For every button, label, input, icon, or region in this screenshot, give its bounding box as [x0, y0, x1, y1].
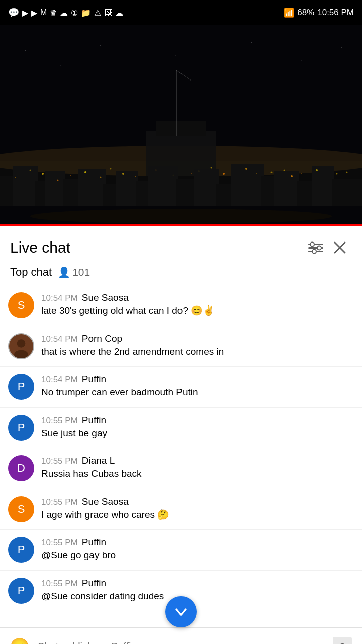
message-text: No trumper can ever badmouth Putin: [41, 386, 354, 399]
message-text: that is where the 2nd amendment comes in: [41, 345, 354, 359]
message-author: Puffin: [82, 537, 106, 548]
chat-message: P 10:55 PM Puffin @Sue go gay bro: [0, 530, 362, 571]
svg-point-34: [316, 169, 318, 171]
chat-message: S 10:54 PM Sue Saosa late 30's getting o…: [0, 285, 362, 326]
svg-point-30: [223, 173, 225, 175]
time-text: 10:56 PM: [317, 8, 354, 18]
svg-point-26: [122, 173, 124, 175]
viewer-count-number: 101: [72, 266, 90, 278]
svg-point-69: [17, 339, 26, 348]
svg-point-47: [191, 173, 192, 174]
avatar: S: [8, 292, 34, 318]
message-meta: 10:55 PM Puffin: [41, 578, 354, 589]
svg-point-45: [110, 168, 112, 170]
close-button[interactable]: [328, 235, 352, 260]
svg-point-46: [135, 176, 136, 177]
svg-point-56: [175, 55, 176, 56]
svg-point-22: [42, 173, 44, 175]
message-time: 10:55 PM: [41, 538, 78, 548]
message-author: Puffin: [82, 578, 106, 589]
svg-point-44: [70, 175, 71, 176]
svg-point-43: [30, 170, 31, 171]
message-time: 10:55 PM: [41, 579, 78, 589]
scroll-to-bottom-button[interactable]: [165, 596, 197, 627]
cloud2-icon: ☁: [115, 8, 123, 18]
send-button[interactable]: $: [331, 635, 354, 644]
svg-point-59: [341, 47, 342, 48]
livechat-subheader: Top chat 👤 101: [0, 264, 362, 285]
message-content: 10:54 PM Puffin No trumper can ever badm…: [41, 374, 354, 399]
svg-point-33: [291, 175, 293, 177]
chat-message: P 10:54 PM Puffin No trumper can ever ba…: [0, 367, 362, 408]
svg-point-24: [84, 171, 86, 173]
message-time: 10:54 PM: [41, 293, 78, 303]
svg-point-57: [251, 42, 252, 43]
filter-button[interactable]: [304, 235, 328, 260]
avatar: S: [8, 496, 34, 522]
svg-point-50: [284, 170, 285, 171]
top-chat-label: Top chat: [10, 266, 52, 279]
svg-point-51: [301, 173, 302, 174]
livechat-header: Live chat: [0, 226, 362, 264]
chat-input-bar: 😐 $: [0, 627, 362, 644]
svg-point-48: [211, 167, 212, 169]
svg-point-65: [312, 250, 316, 254]
svg-point-54: [60, 65, 61, 66]
message-time: 10:55 PM: [41, 456, 78, 466]
emoji-icon: 😐: [10, 637, 30, 644]
message-text: Russia has Cubas back: [41, 467, 354, 481]
emoji-button[interactable]: 😐: [8, 635, 31, 644]
svg-point-52: [346, 172, 348, 173]
message-meta: 10:55 PM Diana L: [41, 455, 354, 466]
livechat-title: Live chat: [10, 239, 304, 256]
message-author: Puffin: [82, 415, 106, 426]
send-icon: $: [333, 637, 352, 644]
chevron-down-icon: [174, 605, 188, 619]
video-player[interactable]: [0, 25, 362, 226]
status-bar-left-icons: 💬 ▶ ▶ M ♛ ☁ ① 📁 ⚠ 🖼 ☁: [8, 7, 280, 18]
message-meta: 10:55 PM Puffin: [41, 537, 354, 548]
cloud-icon: ☁: [60, 8, 68, 18]
message-meta: 10:55 PM Puffin: [41, 415, 354, 426]
svg-point-64: [317, 246, 321, 250]
close-icon: [333, 240, 347, 255]
message-text: @Sue go gay bro: [41, 549, 354, 562]
svg-rect-38: [176, 70, 177, 136]
message-content: 10:55 PM Sue Saosa I age with grace who …: [41, 496, 354, 522]
message-meta: 10:54 PM Sue Saosa: [41, 292, 354, 303]
video-frame: [0, 25, 362, 226]
svg-point-41: [30, 209, 332, 224]
status-bar: 💬 ▶ ▶ M ♛ ☁ ① 📁 ⚠ 🖼 ☁ 📶 68% 10:56 PM: [0, 0, 362, 25]
folder-icon: 📁: [81, 8, 91, 18]
message-meta: 10:54 PM Puffin: [41, 374, 354, 385]
message-time: 10:54 PM: [41, 375, 78, 385]
chat-input[interactable]: [37, 639, 325, 645]
avatar: P: [8, 374, 34, 400]
message-time: 10:55 PM: [41, 497, 78, 507]
youtube-icon: ▶: [22, 8, 28, 18]
svg-rect-36: [146, 131, 216, 176]
message-content: 10:54 PM Sue Saosa late 30's getting old…: [41, 292, 354, 318]
svg-point-49: [256, 173, 257, 174]
status-bar-right-icons: 📶 68% 10:56 PM: [284, 8, 354, 18]
message-author: Sue Saosa: [82, 292, 129, 303]
number-icon: ①: [71, 8, 78, 18]
svg-text:$: $: [339, 641, 345, 644]
warning-icon: ⚠: [94, 8, 101, 18]
svg-point-23: [57, 180, 59, 181]
svg-point-32: [271, 172, 273, 173]
svg-point-53: [25, 50, 26, 51]
message-meta: 10:55 PM Sue Saosa: [41, 496, 354, 507]
filter-icon: [308, 242, 323, 254]
message-text: late 30's getting old what can I do? 😊✌: [41, 304, 354, 318]
chat-message: 10:54 PM Porn Cop that is where the 2nd …: [0, 326, 362, 367]
person-icon: 👤: [58, 266, 70, 278]
message-text: Sue just be gay: [41, 427, 354, 440]
svg-point-58: [301, 60, 302, 61]
svg-point-70: [14, 350, 28, 359]
svg-point-35: [336, 173, 338, 175]
avatar: P: [8, 415, 34, 441]
crown-icon: ♛: [50, 8, 57, 18]
avatar: [8, 333, 34, 359]
mastodon-icon: M: [40, 8, 47, 17]
